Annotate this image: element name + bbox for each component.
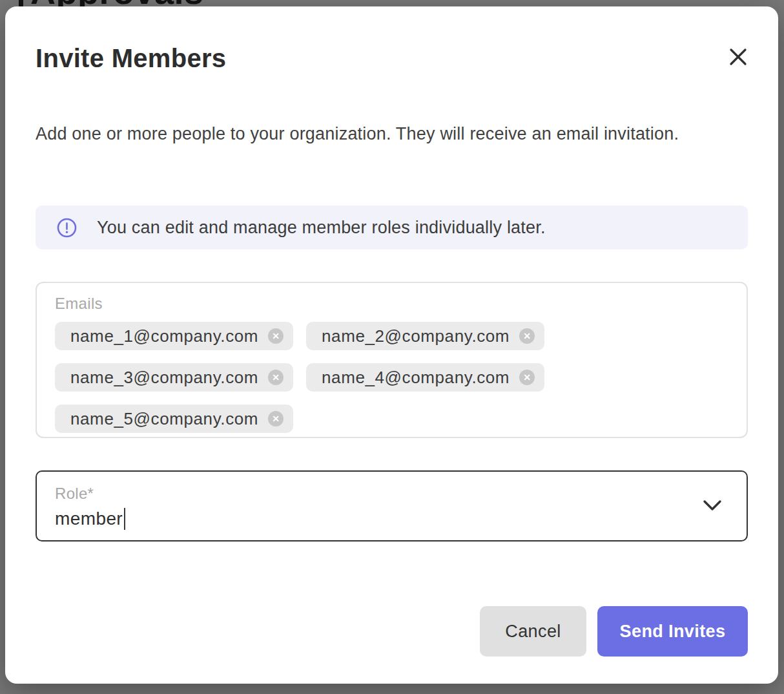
close-button[interactable] — [723, 42, 753, 72]
remove-chip-icon[interactable]: ✕ — [519, 370, 535, 385]
emails-input-field[interactable]: Emails name_1@company.com ✕ name_2@compa… — [36, 282, 748, 438]
cancel-button[interactable]: Cancel — [480, 606, 586, 657]
email-chip: name_4@company.com ✕ — [306, 363, 544, 392]
remove-chip-icon[interactable]: ✕ — [268, 328, 284, 344]
email-chip: name_1@company.com ✕ — [55, 322, 293, 350]
email-chip: name_5@company.com ✕ — [55, 405, 293, 433]
notice-banner: You can edit and manage member roles ind… — [36, 205, 748, 249]
email-chip-text: name_2@company.com — [322, 326, 510, 346]
remove-chip-icon[interactable]: ✕ — [268, 370, 284, 385]
text-cursor — [124, 508, 125, 530]
dialog-description: Add one or more people to your organizat… — [36, 120, 694, 147]
dialog-actions: Cancel Send Invites — [5, 606, 748, 657]
role-value: member — [55, 509, 123, 529]
close-icon — [728, 47, 748, 67]
email-chip: name_3@company.com ✕ — [55, 363, 293, 392]
notice-text: You can edit and manage member roles ind… — [97, 218, 546, 238]
email-chip-text: name_5@company.com — [70, 409, 258, 429]
remove-chip-icon[interactable]: ✕ — [519, 328, 535, 344]
emails-field-label: Emails — [55, 295, 728, 313]
email-chip-text: name_4@company.com — [322, 368, 510, 388]
send-invites-button[interactable]: Send Invites — [597, 606, 748, 657]
email-chip-list: name_1@company.com ✕ name_2@company.com … — [55, 322, 610, 433]
email-chip: name_2@company.com ✕ — [306, 322, 544, 350]
remove-chip-icon[interactable]: ✕ — [268, 411, 284, 426]
role-select-field[interactable]: Role* member — [36, 470, 748, 542]
dialog-title: Invite Members — [36, 44, 226, 73]
role-field-label: Role* — [55, 485, 728, 503]
invite-members-dialog: Invite Members Add one or more people to… — [5, 6, 778, 684]
email-chip-text: name_1@company.com — [70, 326, 258, 346]
chevron-down-icon[interactable] — [701, 499, 723, 513]
email-chip-text: name_3@company.com — [70, 368, 258, 388]
info-icon — [57, 218, 77, 238]
role-value-row: member — [55, 508, 728, 530]
screen: Approvals Invite Members Add one or more… — [0, 0, 784, 694]
